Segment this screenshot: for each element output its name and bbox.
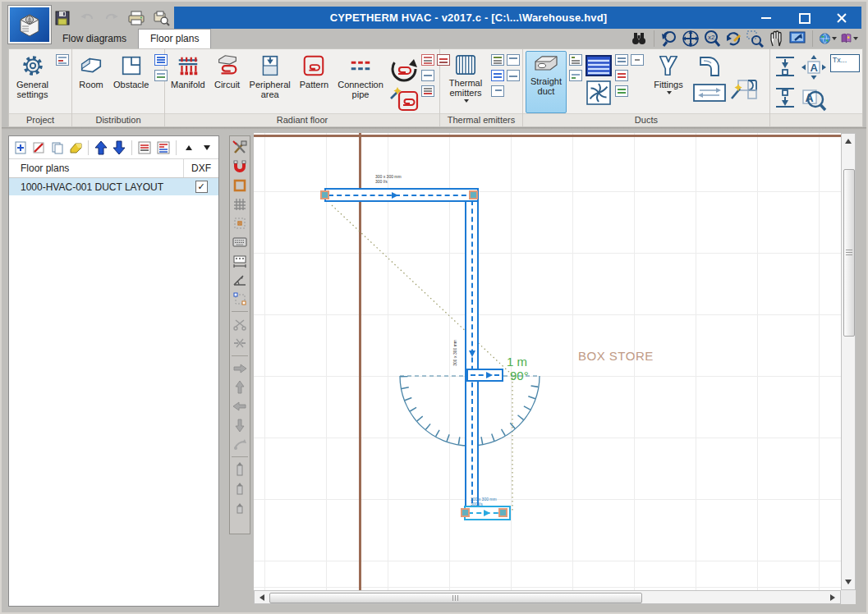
move-left-button[interactable]: [232, 398, 248, 415]
emitter-copy-button[interactable]: [491, 85, 504, 97]
grid-button[interactable]: [232, 196, 248, 213]
duct-doc-button[interactable]: [615, 54, 628, 66]
query-element-button[interactable]: [232, 436, 248, 452]
drawing-canvas[interactable]: 300 x 300 mm300 l/s 300 x 300 mm 300 x 3…: [254, 133, 841, 590]
radiant-spacing-button[interactable]: [421, 70, 434, 81]
zoom-previous-button[interactable]: [660, 30, 678, 48]
duct-settings-button[interactable]: [631, 54, 644, 66]
radiant-report-button[interactable]: [421, 85, 434, 97]
elbow-duct-button[interactable]: [696, 54, 723, 80]
move-up-element-button[interactable]: [232, 379, 248, 396]
move-down-button[interactable]: [112, 140, 126, 156]
move-text-button[interactable]: A: [801, 54, 827, 80]
dxf-templates-button[interactable]: [137, 140, 152, 156]
app-logo-icon[interactable]: [8, 6, 51, 44]
zoom-window-button[interactable]: [746, 30, 764, 48]
snap-magnet-button[interactable]: [232, 158, 248, 175]
duct-red-doc-button[interactable]: [615, 70, 628, 81]
scroll-down-button[interactable]: [842, 576, 855, 588]
diffuser-button[interactable]: [586, 80, 611, 105]
manifold-button[interactable]: Manifold: [168, 51, 209, 113]
peripheral-area-button[interactable]: Peripheral area: [246, 51, 294, 113]
fittings-button[interactable]: Fittings: [646, 51, 691, 113]
redo-button[interactable]: [102, 9, 122, 27]
auto-fittings-button[interactable]: [728, 76, 760, 103]
edit-tools-button[interactable]: [232, 140, 248, 156]
collapse-panel-button[interactable]: [181, 140, 196, 156]
distribution-table-button[interactable]: [154, 54, 168, 66]
straight-duct-button[interactable]: Straight duct: [526, 51, 567, 113]
emitter-box-b-button[interactable]: [507, 70, 520, 81]
expand-panel-button[interactable]: [200, 140, 214, 156]
help-button[interactable]: [840, 30, 858, 48]
radiant-delete-button[interactable]: [437, 54, 450, 66]
language-button[interactable]: [819, 30, 837, 48]
dxf-layers-button[interactable]: [155, 140, 170, 156]
scroll-right-button[interactable]: [827, 591, 838, 603]
distribution-view-button[interactable]: [154, 70, 168, 81]
general-settings-button[interactable]: General settings: [11, 51, 53, 113]
print-preview-button[interactable]: [151, 9, 171, 27]
remove-node-button[interactable]: [773, 85, 797, 110]
reverse-flow-button[interactable]: [693, 84, 726, 102]
dxf-checkbox[interactable]: ✓: [195, 181, 208, 193]
split-element-button[interactable]: [232, 316, 248, 332]
full-screen-button[interactable]: [788, 30, 806, 48]
object-snap-button[interactable]: [232, 177, 248, 194]
emitter-options-button[interactable]: [491, 54, 504, 66]
save-button[interactable]: [53, 9, 72, 27]
duct-vertical[interactable]: [465, 188, 479, 515]
add-floor-plan-button[interactable]: [13, 140, 28, 156]
print-button[interactable]: [126, 9, 146, 27]
selection-handle[interactable]: [461, 508, 470, 517]
grille-button[interactable]: [585, 54, 613, 77]
duct-green-doc-button[interactable]: [615, 85, 628, 97]
close-button[interactable]: [835, 11, 848, 25]
minimize-button[interactable]: [760, 11, 773, 25]
angle-reference-button[interactable]: [232, 272, 248, 288]
horizontal-scroll-thumb[interactable]: [269, 593, 642, 603]
column-tall-button[interactable]: [232, 461, 248, 478]
dimension-button[interactable]: [232, 253, 248, 269]
undo-button[interactable]: [77, 9, 97, 27]
pan-view-button[interactable]: [682, 30, 700, 48]
selection-handle[interactable]: [498, 508, 507, 517]
auto-circuit-button[interactable]: [389, 85, 419, 113]
horizontal-scrollbar[interactable]: [254, 590, 841, 604]
zoom-x2-button[interactable]: x2: [703, 30, 721, 48]
join-element-button[interactable]: [232, 335, 248, 351]
insert-node-button[interactable]: [773, 54, 797, 79]
pan-hand-button[interactable]: [767, 30, 785, 48]
selection-box-button[interactable]: [232, 291, 248, 307]
snap-center-button[interactable]: [232, 215, 248, 231]
titlebar[interactable]: CYPETHERM HVAC - v2017.c - [C:\...\Wareh…: [174, 7, 861, 29]
circuit-button[interactable]: Circuit: [211, 51, 244, 113]
move-down-element-button[interactable]: [232, 417, 248, 433]
move-up-button[interactable]: [94, 140, 108, 156]
obstacle-button[interactable]: Obstacle: [110, 51, 152, 113]
pattern-button[interactable]: Pattern: [296, 51, 332, 113]
maximize-button[interactable]: [797, 11, 811, 25]
radiant-options-button[interactable]: [421, 54, 434, 66]
redraw-button[interactable]: [724, 30, 742, 48]
text-box-button[interactable]: Tx...: [830, 54, 860, 72]
floor-plan-row[interactable]: 1000-HVAC-001 DUCT LAYOUT ✓: [9, 178, 218, 195]
emitter-table-button[interactable]: [491, 70, 504, 81]
tab-floor-plans[interactable]: Floor plans: [138, 29, 211, 48]
column-short-button[interactable]: [232, 499, 248, 515]
selection-handle[interactable]: [320, 190, 329, 199]
find-text-button[interactable]: A: [800, 85, 828, 113]
move-right-button[interactable]: [232, 360, 248, 377]
duct-options-button[interactable]: [569, 54, 582, 66]
vertical-scrollbar[interactable]: [841, 133, 856, 590]
scroll-left-button[interactable]: [256, 591, 268, 603]
project-report-button[interactable]: [56, 54, 69, 66]
room-button[interactable]: Room: [75, 51, 108, 113]
keyboard-entry-button[interactable]: [232, 234, 248, 250]
rotate-circuit-button[interactable]: [389, 54, 419, 84]
column-medium-button[interactable]: [232, 480, 248, 497]
duct-branch-preview[interactable]: [466, 369, 503, 382]
search-button[interactable]: [630, 30, 648, 48]
duct-view-button[interactable]: [569, 70, 582, 81]
emitter-box-a-button[interactable]: [507, 54, 520, 66]
